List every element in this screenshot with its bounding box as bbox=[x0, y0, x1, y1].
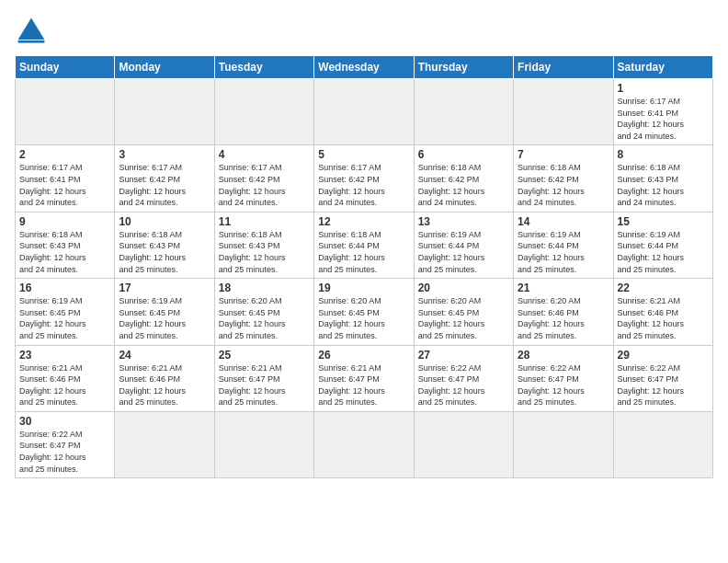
calendar-cell-2-1: 10Sunrise: 6:18 AM Sunset: 6:43 PM Dayli… bbox=[115, 212, 214, 278]
day-info: Sunrise: 6:22 AM Sunset: 6:47 PM Dayligh… bbox=[518, 362, 609, 408]
day-number: 9 bbox=[19, 215, 110, 228]
calendar-cell-2-3: 12Sunrise: 6:18 AM Sunset: 6:44 PM Dayli… bbox=[314, 212, 414, 278]
calendar-cell-5-1 bbox=[115, 411, 214, 477]
calendar-cell-2-4: 13Sunrise: 6:19 AM Sunset: 6:44 PM Dayli… bbox=[414, 212, 513, 278]
day-number: 23 bbox=[19, 349, 110, 362]
day-number: 5 bbox=[318, 148, 409, 161]
day-number: 3 bbox=[119, 148, 210, 161]
day-number: 15 bbox=[618, 215, 709, 228]
logo bbox=[15, 15, 51, 48]
calendar-cell-1-3: 5Sunrise: 6:17 AM Sunset: 6:42 PM Daylig… bbox=[314, 145, 414, 212]
day-number: 2 bbox=[19, 148, 110, 161]
weekday-row: SundayMondayTuesdayWednesdayThursdayFrid… bbox=[16, 56, 713, 79]
calendar-cell-0-1 bbox=[115, 79, 214, 145]
day-info: Sunrise: 6:19 AM Sunset: 6:44 PM Dayligh… bbox=[518, 229, 609, 275]
day-info: Sunrise: 6:18 AM Sunset: 6:43 PM Dayligh… bbox=[618, 162, 709, 208]
day-number: 10 bbox=[119, 215, 210, 228]
day-number: 25 bbox=[219, 349, 310, 362]
day-info: Sunrise: 6:18 AM Sunset: 6:43 PM Dayligh… bbox=[19, 229, 110, 275]
calendar-week-1: 2Sunrise: 6:17 AM Sunset: 6:41 PM Daylig… bbox=[16, 145, 713, 212]
day-info: Sunrise: 6:20 AM Sunset: 6:46 PM Dayligh… bbox=[518, 295, 609, 341]
day-info: Sunrise: 6:18 AM Sunset: 6:44 PM Dayligh… bbox=[318, 229, 409, 275]
weekday-header-friday: Friday bbox=[514, 56, 613, 79]
day-number: 1 bbox=[618, 82, 709, 95]
day-number: 18 bbox=[219, 282, 310, 294]
day-info: Sunrise: 6:18 AM Sunset: 6:43 PM Dayligh… bbox=[119, 229, 210, 275]
calendar-cell-5-5 bbox=[514, 411, 613, 477]
calendar-cell-5-0: 30Sunrise: 6:22 AM Sunset: 6:47 PM Dayli… bbox=[16, 411, 115, 477]
day-number: 20 bbox=[418, 282, 509, 294]
day-number: 13 bbox=[418, 215, 509, 228]
weekday-header-saturday: Saturday bbox=[613, 56, 712, 79]
calendar-cell-3-5: 21Sunrise: 6:20 AM Sunset: 6:46 PM Dayli… bbox=[514, 279, 613, 345]
day-info: Sunrise: 6:17 AM Sunset: 6:41 PM Dayligh… bbox=[19, 162, 110, 208]
day-number: 27 bbox=[418, 349, 509, 362]
calendar-cell-3-0: 16Sunrise: 6:19 AM Sunset: 6:45 PM Dayli… bbox=[16, 279, 115, 345]
svg-rect-1 bbox=[18, 40, 45, 43]
calendar-header: SundayMondayTuesdayWednesdayThursdayFrid… bbox=[16, 56, 713, 79]
calendar-cell-5-6 bbox=[613, 411, 712, 477]
svg-marker-0 bbox=[18, 18, 45, 40]
header bbox=[15, 15, 713, 48]
day-number: 11 bbox=[219, 215, 310, 228]
calendar-cell-1-2: 4Sunrise: 6:17 AM Sunset: 6:42 PM Daylig… bbox=[214, 145, 313, 212]
day-info: Sunrise: 6:20 AM Sunset: 6:45 PM Dayligh… bbox=[219, 295, 310, 341]
day-number: 21 bbox=[518, 282, 609, 294]
weekday-header-thursday: Thursday bbox=[414, 56, 513, 79]
day-info: Sunrise: 6:20 AM Sunset: 6:45 PM Dayligh… bbox=[418, 295, 509, 341]
day-number: 19 bbox=[318, 282, 409, 294]
day-info: Sunrise: 6:18 AM Sunset: 6:42 PM Dayligh… bbox=[418, 162, 509, 208]
day-info: Sunrise: 6:22 AM Sunset: 6:47 PM Dayligh… bbox=[418, 362, 509, 408]
day-number: 6 bbox=[418, 148, 509, 161]
calendar-cell-3-2: 18Sunrise: 6:20 AM Sunset: 6:45 PM Dayli… bbox=[214, 279, 313, 345]
calendar-cell-3-4: 20Sunrise: 6:20 AM Sunset: 6:45 PM Dayli… bbox=[414, 279, 513, 345]
calendar-cell-2-2: 11Sunrise: 6:18 AM Sunset: 6:43 PM Dayli… bbox=[214, 212, 313, 278]
calendar-table: SundayMondayTuesdayWednesdayThursdayFrid… bbox=[15, 55, 713, 478]
day-info: Sunrise: 6:18 AM Sunset: 6:42 PM Dayligh… bbox=[518, 162, 609, 208]
calendar-cell-0-6: 1Sunrise: 6:17 AM Sunset: 6:41 PM Daylig… bbox=[613, 79, 712, 145]
day-number: 14 bbox=[518, 215, 609, 228]
day-number: 30 bbox=[19, 415, 110, 428]
calendar-cell-2-0: 9Sunrise: 6:18 AM Sunset: 6:43 PM Daylig… bbox=[16, 212, 115, 278]
day-info: Sunrise: 6:22 AM Sunset: 6:47 PM Dayligh… bbox=[19, 429, 110, 475]
calendar-week-3: 16Sunrise: 6:19 AM Sunset: 6:45 PM Dayli… bbox=[16, 279, 713, 345]
calendar-cell-1-0: 2Sunrise: 6:17 AM Sunset: 6:41 PM Daylig… bbox=[16, 145, 115, 212]
calendar-cell-0-4 bbox=[414, 79, 513, 145]
calendar-week-0: 1Sunrise: 6:17 AM Sunset: 6:41 PM Daylig… bbox=[16, 79, 713, 145]
calendar-cell-1-4: 6Sunrise: 6:18 AM Sunset: 6:42 PM Daylig… bbox=[414, 145, 513, 212]
day-number: 16 bbox=[19, 282, 110, 294]
calendar-cell-4-5: 28Sunrise: 6:22 AM Sunset: 6:47 PM Dayli… bbox=[514, 345, 613, 411]
calendar-week-2: 9Sunrise: 6:18 AM Sunset: 6:43 PM Daylig… bbox=[16, 212, 713, 278]
day-info: Sunrise: 6:17 AM Sunset: 6:42 PM Dayligh… bbox=[318, 162, 409, 208]
calendar-week-5: 30Sunrise: 6:22 AM Sunset: 6:47 PM Dayli… bbox=[16, 411, 713, 477]
day-info: Sunrise: 6:22 AM Sunset: 6:47 PM Dayligh… bbox=[618, 362, 709, 408]
calendar-body: 1Sunrise: 6:17 AM Sunset: 6:41 PM Daylig… bbox=[16, 79, 713, 478]
day-info: Sunrise: 6:19 AM Sunset: 6:44 PM Dayligh… bbox=[418, 229, 509, 275]
calendar-cell-0-0 bbox=[16, 79, 115, 145]
weekday-header-monday: Monday bbox=[115, 56, 214, 79]
logo-icon bbox=[15, 15, 48, 48]
day-info: Sunrise: 6:21 AM Sunset: 6:46 PM Dayligh… bbox=[119, 362, 210, 408]
calendar-cell-4-0: 23Sunrise: 6:21 AM Sunset: 6:46 PM Dayli… bbox=[16, 345, 115, 411]
day-info: Sunrise: 6:21 AM Sunset: 6:46 PM Dayligh… bbox=[618, 295, 709, 341]
calendar-cell-3-6: 22Sunrise: 6:21 AM Sunset: 6:46 PM Dayli… bbox=[613, 279, 712, 345]
calendar-cell-0-3 bbox=[314, 79, 414, 145]
calendar-cell-2-6: 15Sunrise: 6:19 AM Sunset: 6:44 PM Dayli… bbox=[613, 212, 712, 278]
weekday-header-sunday: Sunday bbox=[16, 56, 115, 79]
day-info: Sunrise: 6:20 AM Sunset: 6:45 PM Dayligh… bbox=[318, 295, 409, 341]
page: SundayMondayTuesdayWednesdayThursdayFrid… bbox=[0, 0, 728, 563]
calendar-cell-1-5: 7Sunrise: 6:18 AM Sunset: 6:42 PM Daylig… bbox=[514, 145, 613, 212]
day-number: 17 bbox=[119, 282, 210, 294]
calendar-cell-0-5 bbox=[514, 79, 613, 145]
calendar-cell-5-4 bbox=[414, 411, 513, 477]
calendar-cell-5-3 bbox=[314, 411, 414, 477]
calendar-cell-4-2: 25Sunrise: 6:21 AM Sunset: 6:47 PM Dayli… bbox=[214, 345, 313, 411]
calendar-cell-1-1: 3Sunrise: 6:17 AM Sunset: 6:42 PM Daylig… bbox=[115, 145, 214, 212]
day-info: Sunrise: 6:18 AM Sunset: 6:43 PM Dayligh… bbox=[219, 229, 310, 275]
day-number: 26 bbox=[318, 349, 409, 362]
calendar-cell-0-2 bbox=[214, 79, 313, 145]
weekday-header-wednesday: Wednesday bbox=[314, 56, 414, 79]
day-number: 7 bbox=[518, 148, 609, 161]
day-info: Sunrise: 6:19 AM Sunset: 6:45 PM Dayligh… bbox=[119, 295, 210, 341]
calendar-cell-4-1: 24Sunrise: 6:21 AM Sunset: 6:46 PM Dayli… bbox=[115, 345, 214, 411]
